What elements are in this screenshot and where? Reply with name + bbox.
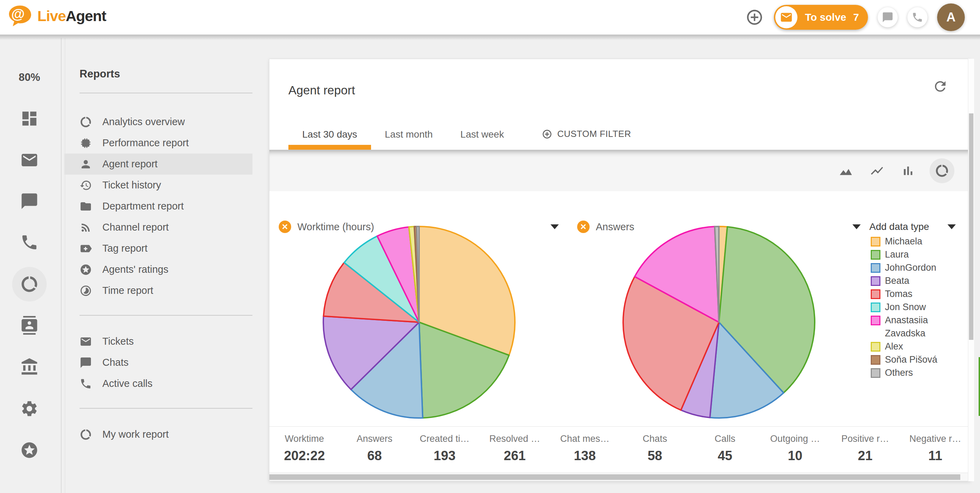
add-data-type-dropdown[interactable]: Add data type [869, 219, 956, 234]
stat-worktime: Worktime202:22 [269, 427, 340, 474]
sidebar-item-performance-report[interactable]: Performance report [64, 132, 269, 154]
sidebar-item-chats[interactable]: Chats [64, 352, 269, 373]
legend-item[interactable]: Jon Snow [871, 301, 965, 313]
stat-label: Outgoing … [760, 434, 830, 444]
mail-icon [780, 11, 793, 24]
calls-topbar-button[interactable] [907, 7, 928, 27]
donut-icon [80, 428, 92, 441]
chart-type-bar-chart-button[interactable] [898, 161, 918, 180]
stat-chat-mes-: Chat mes…138 [550, 427, 620, 474]
bank-icon [20, 358, 39, 376]
stat-label: Positive r… [830, 434, 900, 444]
custom-filter-button[interactable]: CUSTOM FILTER [542, 129, 631, 150]
stat-outgoing-: Outgoing …10 [760, 427, 830, 474]
answers-pie-chart[interactable]: MichaelaLauraJohnGordonBeataTomasAnastas… [620, 223, 818, 421]
rail-mail-button[interactable] [20, 150, 39, 170]
worktime-pie-chart[interactable]: MichaelaLauraJohnGordonBeataTomasJon Sno… [320, 223, 519, 421]
contacts-icon [20, 316, 39, 335]
sidebar-item-tag-report[interactable]: Tag report [64, 238, 269, 259]
legend-swatch [871, 316, 880, 325]
stat-answers: Answers68 [340, 427, 410, 474]
legend-item[interactable]: Anastasiia Zavadska [871, 313, 965, 340]
chart-type-area-chart-button[interactable] [836, 161, 856, 180]
sidebar-item-department-report[interactable]: Department report [64, 196, 269, 217]
chart-type-pie-chart-button[interactable] [929, 158, 955, 183]
refresh-icon [932, 78, 948, 94]
add-new-button[interactable] [745, 8, 764, 27]
legend-item[interactable]: JohnGordon [871, 261, 965, 274]
legend-item[interactable]: Beata [871, 274, 965, 287]
chart-legend: MichaelaLauraJohnGordonBeataTomasJon Sno… [871, 235, 965, 379]
legend-item[interactable]: Michaela [871, 235, 965, 248]
rail-donut-button[interactable] [12, 267, 47, 302]
legend-label: Anastasiia Zavadska [885, 313, 965, 340]
remove-answers-button[interactable]: ✕ [577, 221, 590, 233]
sidebar-item-my-work-report[interactable]: My work report [64, 424, 269, 445]
legend-item[interactable]: Alex [871, 340, 965, 353]
brand-text: LiveAgent [37, 8, 106, 25]
sidebar-item-time-report[interactable]: Time report [64, 280, 269, 301]
to-solve-button[interactable]: To solve 7 [774, 5, 868, 30]
legend-item[interactable]: Laura [871, 248, 965, 261]
legend-swatch [871, 368, 880, 378]
legend-swatch [871, 289, 880, 299]
plus-circle-icon [542, 129, 552, 139]
sidebar-item-label: Agents' ratings [102, 264, 169, 275]
sidebar-item-ticket-history[interactable]: Ticket history [64, 175, 269, 196]
rail-gear-button[interactable] [20, 399, 39, 418]
usage-percent: 80% [0, 71, 59, 84]
top-bar: @ LiveAgent To solve 7 A [0, 0, 980, 35]
chart-type-line-chart-button[interactable] [867, 161, 887, 180]
tab-last-week[interactable]: Last week [446, 129, 518, 150]
avatar[interactable]: A [937, 3, 965, 31]
chart-type-toolbar [269, 150, 970, 191]
rail-star-circle-button[interactable] [20, 441, 39, 460]
sidebar-item-active-calls[interactable]: Active calls [64, 373, 269, 394]
legend-item[interactable]: Tomas [871, 287, 965, 301]
refresh-button[interactable] [932, 78, 949, 95]
sidebar-item-channel-report[interactable]: Channel report [64, 217, 269, 238]
bar-chart-icon [901, 164, 915, 178]
liveagent-logo[interactable]: @ LiveAgent [8, 5, 106, 27]
rail-chat-button[interactable] [20, 191, 39, 211]
legend-swatch [871, 263, 880, 273]
vertical-scrollbar-thumb[interactable] [969, 113, 974, 340]
legend-swatch [871, 342, 880, 351]
to-solve-count: 7 [853, 11, 859, 23]
page-title: Agent report [288, 83, 355, 97]
stat-positive-r-: Positive r…21 [830, 427, 900, 474]
sidebar-item-tickets[interactable]: Tickets [64, 331, 269, 352]
vertical-scrollbar[interactable] [968, 59, 974, 481]
chats-topbar-button[interactable] [878, 7, 898, 27]
sidebar-item-analytics-overview[interactable]: Analytics overview [64, 111, 269, 132]
liveagent-app: @ LiveAgent To solve 7 A 80% Reports Ana… [0, 0, 980, 493]
remove-worktime-button[interactable]: ✕ [279, 221, 291, 233]
sidebar-item-agents-ratings[interactable]: Agents' ratings [64, 259, 269, 280]
to-solve-label: To solve [805, 11, 846, 23]
chevron-down-icon[interactable] [550, 224, 559, 229]
sidebar-item-label: Active calls [102, 378, 153, 389]
tab-last-month[interactable]: Last month [371, 129, 447, 150]
legend-item[interactable]: Soňa Pišová [871, 353, 965, 366]
chevron-down-icon[interactable] [853, 224, 861, 229]
horizontal-scrollbar[interactable] [269, 472, 970, 481]
tab-last-30-days[interactable]: Last 30 days [288, 129, 371, 150]
rail-contacts-button[interactable] [20, 316, 39, 335]
chat-icon [80, 356, 92, 369]
rail-phone-button[interactable] [20, 233, 39, 252]
folder-icon [80, 200, 92, 213]
horizontal-scrollbar-thumb[interactable] [269, 474, 960, 480]
sidebar-item-agent-report[interactable]: Agent report [64, 154, 253, 175]
legend-label: Others [885, 366, 913, 379]
sidebar-item-label: Department report [102, 200, 184, 212]
legend-label: Beata [885, 274, 910, 287]
area-chart-icon [838, 164, 853, 178]
legend-item[interactable]: Others [871, 366, 965, 379]
liveagent-bubble-icon: @ [8, 5, 32, 27]
rail-dashboard-button[interactable] [20, 109, 39, 128]
topbar-shadow [0, 35, 980, 40]
donut-icon [935, 164, 949, 178]
chat-icon [20, 192, 39, 210]
stat-value: 68 [340, 448, 410, 463]
rail-bank-button[interactable] [20, 357, 39, 377]
